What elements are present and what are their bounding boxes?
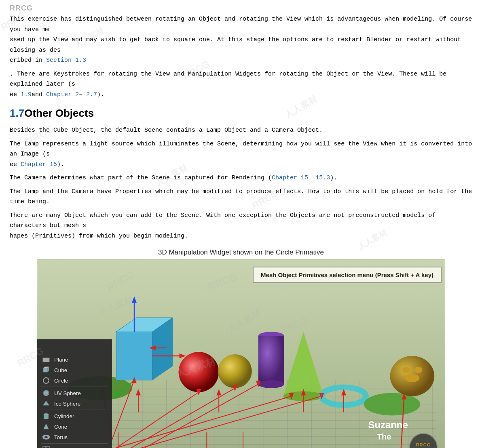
link-section-13[interactable]: Section 1.3 (46, 57, 86, 64)
svg-line-58 (111, 384, 258, 448)
svg-rect-98 (43, 446, 49, 448)
icosphere-icon (42, 400, 50, 408)
svg-marker-75 (136, 389, 141, 395)
paragraph-7: There are many Object which you can add … (10, 210, 472, 242)
panel-item-cube[interactable]: Cube (37, 365, 112, 375)
svg-point-37 (218, 354, 252, 388)
menu-box: Mesh Object Primitives selection menu (P… (253, 267, 442, 283)
left-panel: Plane Cube Circle (37, 339, 112, 448)
rrcg-logo: RRCG (10, 4, 472, 13)
circle-icon (42, 376, 50, 385)
svg-marker-27 (116, 332, 152, 380)
svg-rect-85 (43, 368, 47, 372)
uvsphere-icon (42, 389, 50, 397)
section-number-link[interactable]: 1.7 (10, 107, 24, 120)
link-chapter2[interactable]: Chapter 2 (46, 91, 79, 98)
paragraph-1: This exercise has distinguished between … (10, 14, 472, 66)
svg-point-41 (258, 380, 284, 388)
svg-point-97 (43, 435, 49, 439)
svg-point-88 (43, 378, 49, 383)
cone-icon (42, 423, 50, 431)
panel-item-uvsphere[interactable]: UV Sphere (37, 388, 112, 398)
link-chapter15b[interactable]: Chapter 15 (272, 175, 308, 181)
svg-line-54 (111, 392, 199, 448)
svg-rect-84 (43, 358, 49, 362)
svg-text:The: The (377, 432, 391, 441)
panel-item-grid[interactable]: Grid (37, 444, 112, 448)
panel-item-circle[interactable]: Circle (37, 375, 112, 386)
svg-point-36 (179, 352, 219, 392)
svg-point-48 (414, 367, 422, 373)
paragraph-6: The Lamp and the Camera have Properties … (10, 187, 472, 207)
svg-marker-77 (216, 389, 221, 395)
panel-item-cone[interactable]: Cone (37, 421, 112, 432)
panel-item-cylinder[interactable]: Cylinder (37, 411, 112, 421)
svg-point-49 (405, 374, 419, 382)
section-heading-1-7: 1.7Other Objects (10, 107, 472, 120)
paragraph-2: . There are Keystrokes for rotating the … (10, 69, 472, 100)
link-1-9[interactable]: 1.9 (21, 91, 32, 98)
paragraph-3: Besides the Cube Object, the default Sce… (10, 125, 472, 136)
panel-item-torus[interactable]: Torus (37, 432, 112, 442)
link-15-3[interactable]: 15.3 (312, 175, 330, 181)
svg-point-45 (364, 393, 420, 416)
svg-point-47 (402, 367, 410, 373)
svg-marker-42 (283, 332, 324, 396)
svg-rect-39 (258, 336, 284, 384)
svg-point-95 (44, 417, 49, 419)
plane-icon (42, 355, 50, 364)
paragraph-4: The Lamp represents a light source which… (10, 139, 472, 170)
figure-image: Suzanne The Plane Cube (37, 259, 445, 448)
svg-marker-55 (196, 389, 201, 395)
svg-point-89 (43, 390, 49, 396)
link-chapter15a[interactable]: Chapter 15 (21, 161, 57, 168)
cylinder-icon (42, 412, 50, 420)
panel-item-plane[interactable]: Plane (37, 354, 112, 365)
svg-marker-31 (132, 297, 137, 303)
paragraph-5: The Camera determines what part of the S… (10, 173, 472, 183)
figure-caption: 3D Manipulation Widget shown on the Circ… (10, 248, 472, 257)
panel-item-icosphere[interactable]: Ico Sphere (37, 398, 112, 409)
svg-marker-96 (44, 424, 49, 429)
page-content: RRCG 人人素材 RRCG 人人素材 RRCG 人人素材 RRCG 人人素材 … (0, 0, 482, 448)
grid-icon (42, 446, 50, 448)
svg-text:Suzanne: Suzanne (368, 419, 408, 430)
link-2-7[interactable]: 2.7 (82, 91, 97, 98)
cube-icon (42, 366, 50, 374)
torus-icon (42, 433, 50, 441)
